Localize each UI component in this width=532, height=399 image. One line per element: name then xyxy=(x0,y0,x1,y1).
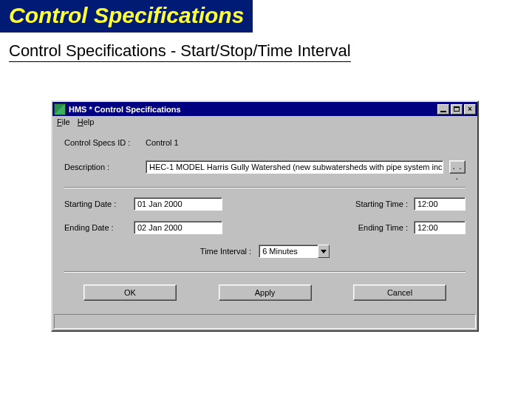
row-time-interval: Time Interval : 6 Minutes xyxy=(64,245,466,258)
chevron-down-icon xyxy=(321,250,327,253)
description-browse-button[interactable]: . . . xyxy=(449,160,466,174)
pair-ending-time: Ending Time : 12:00 xyxy=(358,221,466,234)
starting-date-value: 01 Jan 2000 xyxy=(137,200,183,208)
window-controls: × xyxy=(437,104,476,115)
slide-subtitle: Control Specifications - Start/Stop/Time… xyxy=(9,41,351,62)
apply-button[interactable]: Apply xyxy=(219,284,312,301)
slide: Control Specifications Control Specifica… xyxy=(0,0,532,399)
close-button[interactable]: × xyxy=(464,104,476,115)
ending-date-label: Ending Date : xyxy=(64,223,128,232)
window-title: HMS * Control Specifications xyxy=(69,105,437,114)
apply-label: Apply xyxy=(255,288,276,297)
titlebar[interactable]: HMS * Control Specifications × xyxy=(52,102,477,116)
row-control-specs-id: Control Specs ID : Control 1 xyxy=(64,138,466,147)
time-interval-dropdown-button[interactable] xyxy=(318,245,330,258)
cancel-button[interactable]: Cancel xyxy=(353,284,446,301)
time-interval-dropdown[interactable]: 6 Minutes xyxy=(259,245,330,258)
maximize-icon xyxy=(454,106,460,112)
slide-title: Control Specifications xyxy=(9,3,244,27)
pair-starting-date: Starting Date : 01 Jan 2000 xyxy=(64,197,222,211)
client-area: Control Specs ID : Control 1 Description… xyxy=(52,128,477,313)
status-bar xyxy=(54,314,476,329)
title-banner: Control Specifications xyxy=(0,0,253,33)
close-icon: × xyxy=(468,105,472,113)
control-specs-id-label: Control Specs ID : xyxy=(64,138,146,147)
starting-date-input[interactable]: 01 Jan 2000 xyxy=(134,197,222,211)
ending-date-input[interactable]: 02 Jan 2000 xyxy=(134,221,222,234)
starting-time-label: Starting Time : xyxy=(355,200,408,208)
starting-time-input[interactable]: 12:00 xyxy=(414,197,466,211)
ending-time-label: Ending Time : xyxy=(358,223,408,232)
ending-time-input[interactable]: 12:00 xyxy=(414,221,466,234)
menu-bar: File Help xyxy=(52,116,477,128)
control-specs-id-value: Control 1 xyxy=(146,138,179,147)
description-input[interactable]: HEC-1 MODEL Harris Gully Watershed (new … xyxy=(146,160,443,174)
ok-button[interactable]: OK xyxy=(83,284,177,301)
row-dates-end: Ending Date : 02 Jan 2000 Ending Time : … xyxy=(64,221,466,234)
ok-label: OK xyxy=(124,288,136,297)
menu-help[interactable]: Help xyxy=(78,117,95,126)
starting-time-value: 12:00 xyxy=(417,200,438,208)
menu-file[interactable]: File xyxy=(57,117,70,126)
pair-starting-time: Starting Time : 12:00 xyxy=(355,197,466,211)
minimize-icon xyxy=(440,111,446,112)
time-interval-label: Time Interval : xyxy=(200,247,251,256)
ellipsis-icon: . . . xyxy=(452,161,462,182)
app-icon xyxy=(54,103,66,115)
description-value: HEC-1 MODEL Harris Gully Watershed (new … xyxy=(149,163,443,171)
separator-2 xyxy=(64,271,466,273)
description-label: Description : xyxy=(64,163,140,171)
time-interval-value: 6 Minutes xyxy=(259,245,318,258)
maximize-button[interactable] xyxy=(451,104,463,115)
cancel-label: Cancel xyxy=(387,288,412,297)
row-dates-start: Starting Date : 01 Jan 2000 Starting Tim… xyxy=(64,197,466,211)
separator-1 xyxy=(64,187,466,188)
pair-ending-date: Ending Date : 02 Jan 2000 xyxy=(64,221,222,234)
dialog-window: HMS * Control Specifications × File Help… xyxy=(51,100,479,332)
button-row: OK Apply Cancel xyxy=(64,282,466,308)
row-description: Description : HEC-1 MODEL Harris Gully W… xyxy=(64,160,466,174)
ending-date-value: 02 Jan 2000 xyxy=(137,223,183,232)
starting-date-label: Starting Date : xyxy=(64,200,128,208)
minimize-button[interactable] xyxy=(437,104,449,115)
ending-time-value: 12:00 xyxy=(417,223,438,232)
